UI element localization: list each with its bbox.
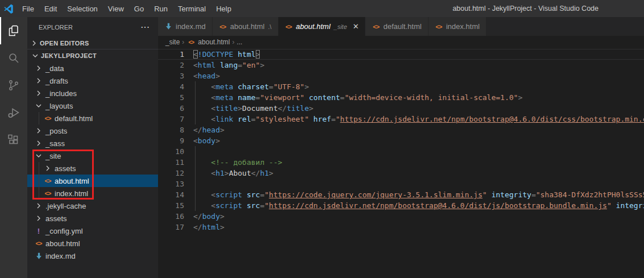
title-bar: FileEditSelectionViewGoRunTerminalHelp a… [0,0,644,17]
tree-item-.jekyll-cache[interactable]: .jekyll-cache [27,200,158,212]
menu-item-edit[interactable]: Edit [39,0,62,17]
md-file-icon [34,252,43,260]
tab-label: about.html [296,22,331,31]
tree-item-_drafts[interactable]: _drafts [27,74,158,87]
html-file-icon: <> [43,115,52,122]
menu-item-selection[interactable]: Selection [62,0,102,17]
line-content: </html> [193,222,225,233]
tab-label: index.md [176,22,206,31]
project-root-label: JEKYLLPROJECT [41,52,97,59]
tree-item-_site[interactable]: _site [27,150,158,162]
line-number: 12 [158,168,184,179]
tab-index.html[interactable]: <>index.html [429,17,487,36]
menu-item-help[interactable]: Help [211,0,236,17]
code-line-7[interactable]: 7 <link rel="stylesheet" href="https://c… [158,114,644,125]
tree-item-assets[interactable]: assets [27,212,158,225]
more-actions-icon[interactable]: ··· [141,23,150,31]
code-line-13[interactable]: 13 [158,179,644,189]
breadcrumb-item-[interactable]: ... [236,38,242,46]
chevron-right-icon [34,64,43,73]
project-root-section[interactable]: JEKYLLPROJECT [27,49,158,62]
code-line-11[interactable]: 11 <!-- добавил --> [158,157,644,168]
breadcrumb: _site›<>about.html›... [158,36,644,48]
line-number: 5 [158,92,184,103]
source-control-icon[interactable] [0,72,27,99]
indent-guide [195,157,196,168]
open-editors-section[interactable]: OPEN EDITORS [27,37,158,49]
breadcrumb-item-abouthtml[interactable]: <>about.html [186,38,230,46]
tree-item-label: _drafts [45,77,68,85]
tab-about.html-_site[interactable]: <>about.html_site✕ [279,17,366,36]
tab-default.html[interactable]: <>default.html [365,17,428,36]
line-number: 1 [158,49,184,60]
code-line-9[interactable]: 9<body> [158,135,644,146]
tree-indent-guide [39,162,39,175]
line-number: 2 [158,60,184,70]
chevron-down-icon [34,151,43,160]
code-line-1[interactable]: 1<!DOCTYPE html> [158,49,644,60]
tab-dir-hint: _site [334,23,347,30]
tree-item-about.html[interactable]: <>about.html [27,175,158,187]
code-line-2[interactable]: 2<html lang="en"> [158,60,644,70]
code-line-16[interactable]: 16</body> [158,211,644,222]
code-line-17[interactable]: 17</html> [158,222,644,233]
breadcrumb-separator-icon: › [182,38,184,46]
line-number: 10 [158,146,184,157]
code-line-10[interactable]: 10 [158,146,644,157]
window-title: about.html - JekyllProject - Visual Stud… [452,0,599,17]
code-line-8[interactable]: 8</head> [158,125,644,135]
tree-item-assets[interactable]: assets [27,162,158,175]
line-content: <html lang="en"> [193,60,264,70]
tab-bar: index.md<>about.html.\<>about.html_site✕… [158,17,644,36]
tree-item-_config.yml[interactable]: !_config.yml [27,225,158,237]
line-content: <script src="https://cdn.jsdelivr.net/np… [193,200,644,211]
code-line-3[interactable]: 3<head> [158,70,644,81]
explorer-icon[interactable] [0,17,27,44]
chevron-right-icon [34,201,43,210]
code-line-15[interactable]: 15 <script src="https://cdn.jsdelivr.net… [158,200,644,211]
extensions-icon[interactable] [0,126,27,153]
chevron-down-icon [31,51,40,60]
line-content: <head> [193,70,220,81]
tree-item-about.html[interactable]: <>about.html [27,237,158,250]
tab-about.html-[interactable]: <>about.html.\ [213,17,279,36]
menu-item-terminal[interactable]: Terminal [173,0,211,17]
breadcrumb-item-_site[interactable]: _site [165,38,180,46]
chevron-right-icon [34,214,43,223]
code-line-4[interactable]: 4 <meta charset="UTF-8"> [158,81,644,92]
tree-item-index.md[interactable]: index.md [27,250,158,262]
line-number: 17 [158,222,184,233]
menu-item-go[interactable]: Go [129,0,149,17]
indent-guide [195,168,196,179]
tree-item-label: _data [45,64,64,73]
line-number: 11 [158,157,184,168]
code-editor[interactable]: 1<!DOCTYPE html>2<html lang="en">3<head>… [158,48,644,278]
indent-guide [195,81,196,92]
tree-item-index.html[interactable]: <>index.html [27,187,158,200]
chevron-right-icon [30,39,39,48]
line-content: <meta charset="UTF-8"> [193,81,309,92]
tree-item-_layouts[interactable]: _layouts [27,99,158,112]
search-icon[interactable] [0,44,27,72]
code-line-6[interactable]: 6 <title>Document</title> [158,103,644,114]
explorer-sidebar: EXPLORER ··· OPEN EDITORS JEKYLLPROJECT … [27,17,158,278]
menu-item-file[interactable]: File [17,0,39,17]
tree-item-_posts[interactable]: _posts [27,125,158,137]
tree-item-_sass[interactable]: _sass [27,137,158,150]
tree-item-_includes[interactable]: _includes [27,87,158,99]
tree-item-default.html[interactable]: <>default.html [27,112,158,125]
chevron-right-icon [34,89,43,98]
run-debug-icon[interactable] [0,99,27,126]
code-line-12[interactable]: 12 <h1>About</h1> [158,168,644,179]
code-line-14[interactable]: 14 <script src="https://code.jquery.com/… [158,189,644,200]
tree-item-_data[interactable]: _data [27,62,158,74]
tree-item-label: .jekyll-cache [45,202,86,210]
line-number: 16 [158,211,184,222]
close-icon[interactable]: ✕ [353,23,359,30]
tab-index.md[interactable]: index.md [158,17,213,36]
indent-guide [195,92,196,103]
menu-item-view[interactable]: View [103,0,129,17]
line-content: <!-- добавил --> [193,157,282,168]
code-line-5[interactable]: 5 <meta name="viewport" content="width=d… [158,92,644,103]
menu-item-run[interactable]: Run [149,0,173,17]
